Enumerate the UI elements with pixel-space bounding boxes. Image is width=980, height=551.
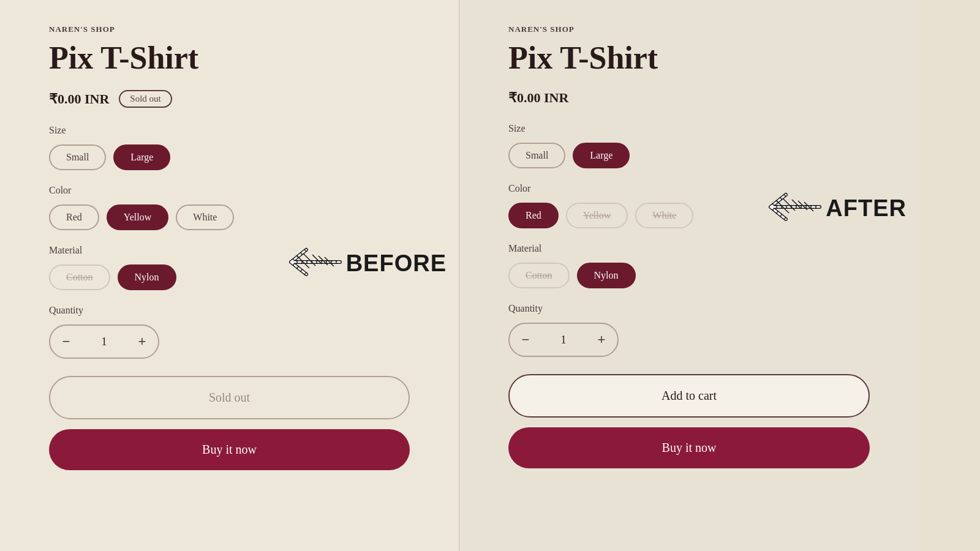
qty-value-right: 1 — [541, 334, 586, 347]
after-annotation: AFTER — [758, 184, 907, 233]
size-label-right: Size — [508, 123, 870, 134]
quantity-section-right: Quantity − 1 + — [508, 303, 870, 357]
product-title-left: Pix T-Shirt — [49, 40, 410, 75]
size-label-left: Size — [49, 125, 410, 136]
material-nylon-right[interactable]: Nylon — [577, 263, 636, 288]
material-cotton-left[interactable]: Cotton — [49, 264, 110, 290]
material-nylon-left[interactable]: Nylon — [118, 264, 176, 290]
quantity-control-left: − 1 + — [49, 324, 159, 359]
after-arrow-icon — [758, 184, 826, 233]
color-white-left[interactable]: White — [176, 204, 234, 230]
material-cotton-right[interactable]: Cotton — [508, 263, 570, 288]
add-to-cart-button-right[interactable]: Add to cart — [508, 374, 870, 418]
size-options-left: Small Large — [49, 144, 410, 170]
qty-plus-left[interactable]: + — [126, 326, 158, 358]
quantity-control-right: − 1 + — [508, 323, 619, 357]
qty-plus-right[interactable]: + — [586, 324, 617, 356]
buy-now-button-left[interactable]: Buy it now — [49, 429, 410, 470]
price-row-right: ₹0.00 INR — [508, 90, 870, 106]
qty-minus-left[interactable]: − — [50, 326, 82, 358]
qty-minus-right[interactable]: − — [510, 324, 541, 356]
color-yellow-right[interactable]: Yellow — [566, 203, 628, 228]
color-label-left: Color — [49, 185, 410, 196]
size-options-right: Small Large — [508, 143, 870, 168]
size-large-left[interactable]: Large — [113, 144, 170, 170]
color-options-left: Red Yellow White — [49, 204, 410, 230]
quantity-section-left: Quantity − 1 + — [49, 305, 410, 359]
sold-out-button-left: Sold out — [49, 376, 410, 419]
after-text: AFTER — [826, 195, 907, 222]
product-title-right: Pix T-Shirt — [508, 40, 870, 75]
buy-now-button-right[interactable]: Buy it now — [508, 427, 870, 468]
material-options-right: Cotton Nylon — [508, 263, 870, 288]
before-annotation: BEFORE — [279, 239, 447, 288]
price-right: ₹0.00 INR — [508, 90, 568, 106]
quantity-label-right: Quantity — [508, 303, 870, 314]
color-red-right[interactable]: Red — [508, 203, 559, 228]
before-text: BEFORE — [346, 250, 447, 277]
right-panel: NAREN'S SHOP Pix T-Shirt ₹0.00 INR Size … — [459, 0, 919, 551]
color-white-right[interactable]: White — [635, 203, 693, 228]
action-buttons-left: Sold out Buy it now — [49, 376, 410, 470]
action-buttons-right: Add to cart Buy it now — [508, 374, 870, 468]
color-yellow-left[interactable]: Yellow — [107, 204, 169, 230]
before-arrow-icon — [279, 239, 346, 288]
size-small-left[interactable]: Small — [49, 144, 106, 170]
sold-out-badge-left: Sold out — [119, 90, 172, 108]
left-panel: NAREN'S SHOP Pix T-Shirt ₹0.00 INR Sold … — [0, 0, 459, 551]
color-red-left[interactable]: Red — [49, 204, 99, 230]
size-large-right[interactable]: Large — [573, 143, 630, 168]
quantity-label-left: Quantity — [49, 305, 410, 316]
qty-value-left: 1 — [82, 335, 126, 348]
price-row-left: ₹0.00 INR Sold out — [49, 90, 410, 108]
size-small-right[interactable]: Small — [508, 143, 565, 168]
shop-label-right: NAREN'S SHOP — [508, 24, 870, 34]
shop-label-left: NAREN'S SHOP — [49, 24, 410, 34]
price-left: ₹0.00 INR — [49, 91, 109, 107]
material-label-right: Material — [508, 243, 870, 254]
